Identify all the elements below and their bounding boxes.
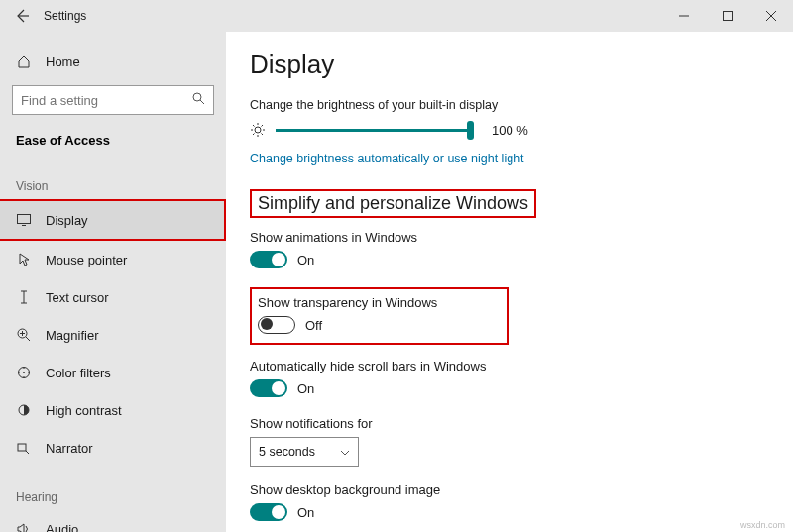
back-arrow-icon (14, 8, 30, 24)
setting-notifications: Show notifications for 5 seconds (250, 416, 769, 467)
home-label: Home (46, 54, 80, 69)
group-hearing: Hearing (0, 467, 226, 510)
notifications-value: 5 seconds (259, 445, 315, 459)
sidebar-item-audio[interactable]: Audio (0, 510, 226, 532)
desktop-bg-label: Show desktop background image (250, 482, 769, 497)
sidebar-item-label: Text cursor (46, 290, 109, 305)
brightness-value: 100 % (492, 123, 528, 138)
minimize-icon (679, 11, 689, 21)
setting-transparency: Show transparency in Windows Off (258, 295, 437, 337)
sidebar-item-color-filters[interactable]: Color filters (0, 354, 226, 391)
display-icon (16, 212, 32, 228)
brightness-slider[interactable] (276, 129, 474, 132)
sidebar-item-magnifier[interactable]: Magnifier (0, 316, 226, 354)
back-button[interactable] (0, 0, 44, 32)
sidebar-item-label: Audio (46, 522, 78, 533)
sidebar-item-label: Display (46, 213, 88, 228)
setting-desktop-bg: Show desktop background image On (250, 482, 769, 524)
desktop-bg-state: On (297, 505, 314, 520)
sidebar-item-narrator[interactable]: Narrator (0, 429, 226, 467)
setting-scrollbars: Automatically hide scroll bars in Window… (250, 359, 769, 400)
sidebar: Home Ease of Access Vision Display Mouse… (0, 32, 226, 532)
watermark: wsxdn.com (740, 520, 785, 530)
svg-rect-1 (724, 12, 733, 21)
animations-label: Show animations in Windows (250, 230, 769, 245)
scrollbars-state: On (297, 381, 314, 396)
sidebar-item-label: Color filters (46, 366, 111, 380)
category-title: Ease of Access (0, 125, 226, 156)
scrollbars-toggle[interactable]: On (250, 379, 314, 397)
main-content: Display Change the brightness of your bu… (226, 32, 793, 532)
close-button[interactable] (749, 0, 793, 32)
group-vision: Vision (0, 156, 226, 199)
svg-rect-22 (18, 444, 26, 451)
high-contrast-icon (16, 402, 32, 418)
sidebar-item-mouse-pointer[interactable]: Mouse pointer (0, 241, 226, 278)
svg-line-29 (262, 134, 264, 136)
sidebar-item-display[interactable]: Display (0, 201, 224, 239)
page-title: Display (250, 50, 769, 80)
notifications-label: Show notifications for (250, 416, 769, 431)
sidebar-item-text-cursor[interactable]: Text cursor (0, 278, 226, 316)
highlight-transparency: Show transparency in Windows Off (250, 287, 509, 345)
audio-icon (16, 521, 32, 532)
search-input[interactable] (21, 93, 192, 108)
transparency-state: Off (305, 318, 322, 333)
sidebar-item-label: Mouse pointer (46, 253, 127, 267)
sidebar-item-label: Narrator (46, 441, 93, 456)
narrator-icon (16, 440, 32, 456)
search-icon (192, 92, 205, 108)
app-title: Settings (44, 9, 86, 23)
desktop-bg-toggle[interactable]: On (250, 503, 314, 521)
home-button[interactable]: Home (0, 44, 226, 79)
setting-animations: Show animations in Windows On (250, 230, 769, 271)
text-cursor-icon (16, 289, 32, 305)
sidebar-item-high-contrast[interactable]: High contrast (0, 391, 226, 429)
maximize-icon (723, 11, 733, 21)
simplify-heading: Simplify and personalize Windows (258, 193, 528, 214)
animations-state: On (297, 253, 314, 267)
sidebar-item-label: High contrast (46, 403, 122, 418)
chevron-down-icon (340, 445, 350, 459)
scrollbars-label: Automatically hide scroll bars in Window… (250, 359, 769, 373)
svg-point-23 (255, 127, 261, 133)
svg-line-31 (262, 125, 264, 127)
sidebar-item-label: Magnifier (46, 328, 98, 343)
color-filters-icon (16, 365, 32, 380)
svg-point-4 (193, 93, 201, 101)
transparency-toggle[interactable]: Off (258, 316, 322, 334)
maximize-button[interactable] (706, 0, 749, 32)
brightness-desc: Change the brightness of your built-in d… (250, 98, 769, 112)
magnifier-icon (16, 327, 32, 343)
slider-thumb[interactable] (467, 121, 474, 140)
search-box[interactable] (12, 85, 214, 115)
brightness-icon (250, 122, 266, 138)
highlight-simplify-heading: Simplify and personalize Windows (250, 189, 769, 218)
svg-line-30 (253, 134, 255, 136)
svg-line-5 (200, 100, 204, 104)
home-icon (16, 53, 32, 69)
minimize-button[interactable] (662, 0, 706, 32)
animations-toggle[interactable]: On (250, 251, 314, 268)
highlight-display-nav: Display (0, 199, 226, 241)
titlebar: Settings (0, 0, 793, 32)
notifications-select[interactable]: 5 seconds (250, 437, 359, 467)
brightness-link[interactable]: Change brightness automatically or use n… (250, 152, 524, 165)
svg-line-28 (253, 125, 255, 127)
svg-line-12 (26, 337, 30, 341)
svg-rect-6 (18, 215, 31, 224)
mouse-pointer-icon (16, 252, 32, 267)
svg-point-16 (23, 372, 25, 373)
transparency-label: Show transparency in Windows (258, 295, 437, 310)
brightness-slider-row: 100 % (250, 122, 769, 138)
close-icon (766, 11, 776, 21)
